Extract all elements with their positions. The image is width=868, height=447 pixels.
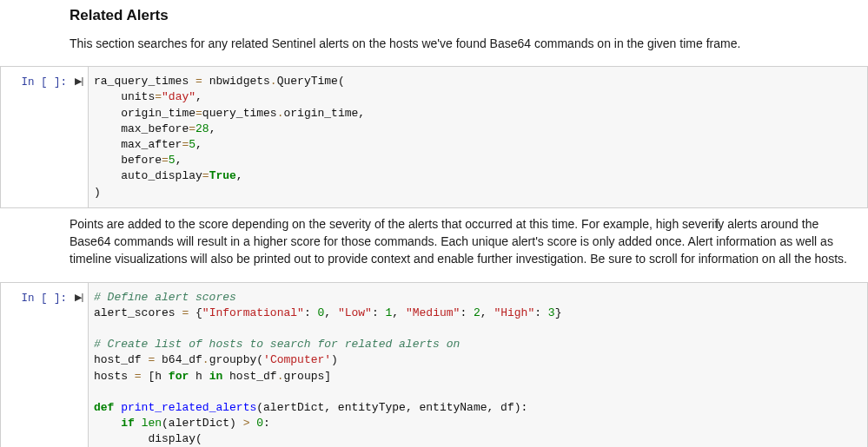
- code-cell-2[interactable]: In [ ]: ▶| # Define alert scores alert_s…: [0, 282, 868, 447]
- markdown-cell: Related Alerts This section searches for…: [0, 7, 868, 52]
- prompt-gutter: In [ ]:: [1, 67, 70, 207]
- prompt-gutter: In [ ]:: [1, 283, 70, 447]
- input-prompt: In [ ]:: [21, 76, 67, 89]
- code-editor[interactable]: ra_query_times = nbwidgets.QueryTime( un…: [88, 67, 867, 207]
- code-editor[interactable]: # Define alert scores alert_scores = {"I…: [88, 283, 867, 447]
- code-content[interactable]: # Define alert scores alert_scores = {"I…: [94, 290, 857, 447]
- input-prompt: In [ ]:: [21, 293, 67, 305]
- code-content[interactable]: ra_query_times = nbwidgets.QueryTime( un…: [94, 74, 857, 200]
- section-heading: Related Alerts: [70, 7, 847, 24]
- run-icon: ▶|: [75, 292, 84, 303]
- intro-text: This section searches for any related Se…: [70, 35, 847, 52]
- run-button[interactable]: ▶|: [70, 283, 88, 447]
- run-button[interactable]: ▶|: [70, 67, 88, 207]
- text-cursor-icon: I: [715, 216, 719, 232]
- markdown-cell: Points are added to the score depending …: [0, 215, 868, 268]
- middle-text: Points are added to the score depending …: [70, 215, 847, 268]
- code-cell-1[interactable]: In [ ]: ▶| ra_query_times = nbwidgets.Qu…: [0, 66, 868, 208]
- run-icon: ▶|: [75, 76, 84, 87]
